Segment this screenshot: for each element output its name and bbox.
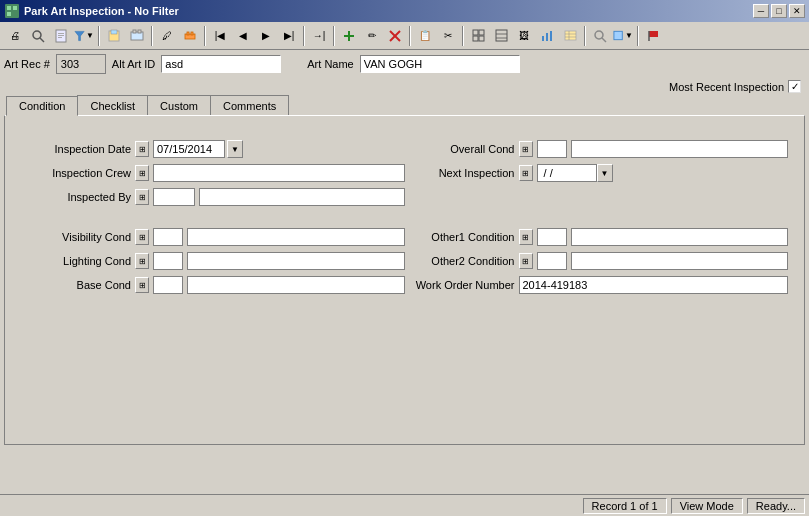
toolbar-grid2[interactable]: [490, 25, 512, 47]
inspected-by-btn[interactable]: ⊞: [135, 189, 149, 205]
separator-5: [333, 26, 335, 46]
toolbar-btn-1[interactable]: 🖨: [4, 25, 26, 47]
insp-crew-btn[interactable]: ⊞: [135, 165, 149, 181]
svg-rect-15: [138, 30, 141, 33]
minimize-button[interactable]: ─: [753, 4, 769, 18]
svg-rect-40: [649, 31, 658, 37]
next-insp-field[interactable]: [537, 164, 597, 182]
next-insp-input: ▼: [537, 164, 613, 182]
svg-rect-32: [550, 31, 552, 41]
svg-rect-39: [614, 31, 622, 39]
other2-cond-long[interactable]: [571, 252, 789, 270]
toolbar-list[interactable]: [559, 25, 581, 47]
separator-9: [637, 26, 639, 46]
overall-cond-long[interactable]: [571, 140, 789, 158]
alt-art-id-value[interactable]: asd: [161, 55, 281, 73]
svg-rect-23: [473, 30, 478, 35]
toolbar-btn-2[interactable]: [27, 25, 49, 47]
svg-rect-7: [58, 33, 64, 34]
toolbar-cut[interactable]: ✂: [437, 25, 459, 47]
separator-3: [204, 26, 206, 46]
svg-marker-10: [75, 31, 84, 40]
svg-rect-25: [473, 36, 478, 41]
other1-cond-label: Other1 Condition: [405, 231, 515, 243]
base-cond-short[interactable]: [153, 276, 183, 294]
close-button[interactable]: ✕: [789, 4, 805, 18]
insp-date-input: ▼: [153, 140, 243, 158]
svg-rect-14: [133, 30, 136, 33]
toolbar-delete[interactable]: [384, 25, 406, 47]
other1-cond-btn[interactable]: ⊞: [519, 229, 533, 245]
toolbar-search2[interactable]: [589, 25, 611, 47]
insp-date-btn[interactable]: ⊞: [135, 141, 149, 157]
nav-next[interactable]: ▶: [255, 25, 277, 47]
toolbar-chart[interactable]: [536, 25, 558, 47]
toolbar-btn-5[interactable]: [103, 25, 125, 47]
other1-cond-long[interactable]: [571, 228, 789, 246]
visibility-cond-label: Visibility Cond: [21, 231, 131, 243]
tab-comments[interactable]: Comments: [210, 95, 289, 115]
other2-cond-btn[interactable]: ⊞: [519, 253, 533, 269]
art-rec-value[interactable]: 303: [56, 54, 106, 74]
insp-crew-field[interactable]: [153, 164, 405, 182]
toolbar-grid1[interactable]: [467, 25, 489, 47]
insp-date-label: Inspection Date: [21, 143, 131, 155]
toolbar-btn-tools[interactable]: [179, 25, 201, 47]
nav-first[interactable]: |◀: [209, 25, 231, 47]
nav-prev[interactable]: ◀: [232, 25, 254, 47]
alt-art-id-label: Alt Art ID: [112, 58, 155, 70]
work-order-label: Work Order Number: [405, 279, 515, 291]
toolbar-btn-3[interactable]: [50, 25, 72, 47]
svg-point-4: [33, 31, 41, 39]
maximize-button[interactable]: □: [771, 4, 787, 18]
other2-cond-short[interactable]: [537, 252, 567, 270]
nav-last[interactable]: ▶|: [278, 25, 300, 47]
tab-custom[interactable]: Custom: [147, 95, 211, 115]
other1-cond-short[interactable]: [537, 228, 567, 246]
tab-condition[interactable]: Condition: [6, 96, 78, 116]
toolbar-btn-6[interactable]: [126, 25, 148, 47]
toolbar-edit[interactable]: ✏: [361, 25, 383, 47]
overall-cond-label: Overall Cond: [405, 143, 515, 155]
overall-cond-btn[interactable]: ⊞: [519, 141, 533, 157]
separator-8: [584, 26, 586, 46]
lighting-cond-long[interactable]: [187, 252, 405, 270]
base-cond-label: Base Cond: [21, 279, 131, 291]
app-icon: [4, 3, 20, 19]
toolbar-dropdown[interactable]: ▼: [612, 25, 634, 47]
overall-cond-short[interactable]: [537, 140, 567, 158]
visibility-cond-long[interactable]: [187, 228, 405, 246]
nav-jump[interactable]: →|: [308, 25, 330, 47]
base-cond-btn[interactable]: ⊞: [135, 277, 149, 293]
insp-date-dropdown[interactable]: ▼: [227, 140, 243, 158]
next-insp-btn[interactable]: ⊞: [519, 165, 533, 181]
base-cond-long[interactable]: [187, 276, 405, 294]
insp-date-field[interactable]: [153, 140, 225, 158]
most-recent-checkbox[interactable]: ✓: [788, 80, 801, 93]
toolbar-btn-filter[interactable]: ▼: [73, 25, 95, 47]
toolbar-flag[interactable]: [642, 25, 664, 47]
art-rec-label: Art Rec #: [4, 58, 50, 70]
title-bar: Park Art Inspection - No Filter ─ □ ✕: [0, 0, 809, 22]
toolbar-copy[interactable]: 📋: [414, 25, 436, 47]
art-name-value[interactable]: VAN GOGH: [360, 55, 520, 73]
svg-rect-8: [58, 35, 64, 36]
most-recent-bar: Most Recent Inspection ✓: [0, 78, 809, 95]
lighting-cond-short[interactable]: [153, 252, 183, 270]
next-insp-dropdown-arrow[interactable]: ▼: [597, 164, 613, 182]
other2-cond-label: Other2 Condition: [405, 255, 515, 267]
svg-rect-3: [7, 12, 11, 16]
toolbar-btn-print[interactable]: 🖊: [156, 25, 178, 47]
toolbar-new[interactable]: [338, 25, 360, 47]
visibility-cond-short[interactable]: [153, 228, 183, 246]
inspected-by-short[interactable]: [153, 188, 195, 206]
lighting-cond-btn[interactable]: ⊞: [135, 253, 149, 269]
tab-checklist[interactable]: Checklist: [77, 95, 148, 115]
work-order-value[interactable]: [519, 276, 789, 294]
ready-status: Ready...: [747, 498, 805, 514]
visibility-cond-btn[interactable]: ⊞: [135, 229, 149, 245]
svg-rect-33: [565, 31, 576, 40]
toolbar-image[interactable]: 🖼: [513, 25, 535, 47]
inspected-by-long[interactable]: [199, 188, 405, 206]
status-bar: Record 1 of 1 View Mode Ready...: [0, 494, 809, 516]
